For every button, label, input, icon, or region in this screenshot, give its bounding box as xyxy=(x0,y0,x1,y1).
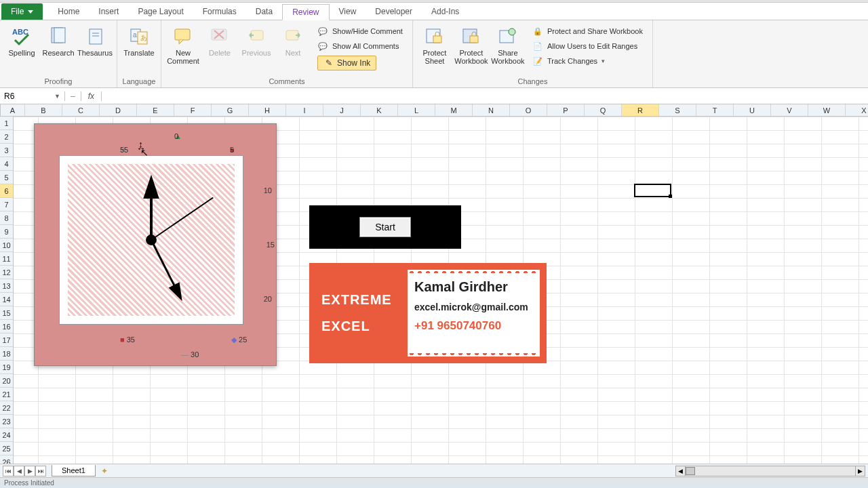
sheet-nav-last[interactable]: ⏭ xyxy=(35,466,46,476)
row-header-6[interactable]: 6 xyxy=(0,184,13,198)
name-box[interactable]: R6▼ xyxy=(0,92,65,101)
cancel-formula-icon[interactable]: – xyxy=(65,92,81,101)
row-header-8[interactable]: 8 xyxy=(0,211,13,225)
col-header-K[interactable]: K xyxy=(361,104,398,116)
tab-view[interactable]: View xyxy=(330,4,366,20)
col-header-F[interactable]: F xyxy=(174,104,212,116)
row-header-2[interactable]: 2 xyxy=(0,130,13,144)
row-header-5[interactable]: 5 xyxy=(0,171,13,184)
col-header-Q[interactable]: Q xyxy=(585,104,622,116)
show-ink-button[interactable]: ✎Show Ink xyxy=(315,54,406,72)
track-changes-button[interactable]: 📝Track Changes ▾ xyxy=(530,54,646,68)
row-header-17[interactable]: 17 xyxy=(0,333,13,347)
fx-icon[interactable]: fx xyxy=(81,92,102,101)
col-header-O[interactable]: O xyxy=(510,104,547,116)
start-button[interactable]: Start xyxy=(359,217,411,237)
col-header-E[interactable]: E xyxy=(137,104,174,116)
row-header-19[interactable]: 19 xyxy=(0,361,13,374)
tab-insert[interactable]: Insert xyxy=(89,4,128,20)
row-header-18[interactable]: 18 xyxy=(0,347,13,361)
col-header-A[interactable]: A xyxy=(1,104,25,116)
tab-formulas[interactable]: Formulas xyxy=(193,4,246,20)
row-header-10[interactable]: 10 xyxy=(0,239,13,252)
col-header-N[interactable]: N xyxy=(473,104,510,116)
col-header-M[interactable]: M xyxy=(435,104,473,116)
show-hide-comment-button[interactable]: 💬Show/Hide Comment xyxy=(315,24,406,38)
tab-page-layout[interactable]: Page Layout xyxy=(128,4,193,20)
delete-comment-button[interactable]: Delete xyxy=(202,23,237,73)
col-header-V[interactable]: V xyxy=(771,104,808,116)
col-header-S[interactable]: S xyxy=(659,104,696,116)
scroll-left-icon[interactable]: ◀ xyxy=(676,466,686,476)
sheet-nav-next[interactable]: ▶ xyxy=(24,466,35,476)
chevron-down-icon[interactable]: ▼ xyxy=(54,93,60,100)
col-header-I[interactable]: I xyxy=(286,104,323,116)
tab-add-ins[interactable]: Add-Ins xyxy=(422,4,469,20)
previous-comment-button[interactable]: Previous xyxy=(239,23,274,73)
col-header-U[interactable]: U xyxy=(734,104,771,116)
new-comment-button[interactable]: New Comment xyxy=(165,23,201,73)
row-header-7[interactable]: 7 xyxy=(0,198,13,211)
spelling-button[interactable]: ABC Spelling xyxy=(4,23,39,58)
col-header-C[interactable]: C xyxy=(62,104,100,116)
col-header-H[interactable]: H xyxy=(249,104,286,116)
sheet-nav-prev[interactable]: ◀ xyxy=(14,466,24,476)
col-header-W[interactable]: W xyxy=(808,104,846,116)
col-header-B[interactable]: B xyxy=(25,104,62,116)
clock-num-25: ◆ 25 xyxy=(231,336,247,344)
research-button[interactable]: Research xyxy=(41,23,76,58)
clock-chart[interactable]: ▲ 0 ■ 5 ✕ 55 10 15 20 ◆ 25 — 30 ■ 35 40 … xyxy=(34,123,277,366)
protect-sheet-button[interactable]: Protect Sheet xyxy=(417,23,452,69)
row-header-13[interactable]: 13 xyxy=(0,279,13,293)
row-header-15[interactable]: 15 xyxy=(0,306,13,320)
show-all-comments-button[interactable]: 💬Show All Comments xyxy=(315,39,406,53)
worksheet-grid[interactable]: 1234567891011121314151617181920212223242… xyxy=(0,117,868,488)
cells-area[interactable]: ▲ 0 ■ 5 ✕ 55 10 15 20 ◆ 25 — 30 ■ 35 40 … xyxy=(14,117,868,488)
row-header-3[interactable]: 3 xyxy=(0,144,13,157)
active-cell[interactable] xyxy=(634,184,671,197)
col-header-J[interactable]: J xyxy=(323,104,361,116)
new-sheet-button[interactable]: ✦ xyxy=(98,466,111,476)
comments-icon: 💬 xyxy=(317,41,328,52)
abc-check-icon: ABC xyxy=(11,24,33,47)
row-header-4[interactable]: 4 xyxy=(0,157,13,171)
svg-rect-3 xyxy=(90,29,102,44)
row-header-22[interactable]: 22 xyxy=(0,401,13,415)
row-header-16[interactable]: 16 xyxy=(0,320,13,333)
protect-workbook-button[interactable]: Protect Workbook xyxy=(454,23,489,69)
tab-review[interactable]: Review xyxy=(282,4,329,20)
file-tab[interactable]: File xyxy=(1,3,43,20)
col-header-T[interactable]: T xyxy=(696,104,734,116)
row-header-11[interactable]: 11 xyxy=(0,252,13,266)
col-header-G[interactable]: G xyxy=(212,104,249,116)
tab-data[interactable]: Data xyxy=(246,4,282,20)
row-header-23[interactable]: 23 xyxy=(0,415,13,428)
formula-input[interactable] xyxy=(102,92,868,101)
next-comment-button[interactable]: Next xyxy=(275,23,311,73)
row-header-20[interactable]: 20 xyxy=(0,374,13,388)
col-header-D[interactable]: D xyxy=(100,104,137,116)
sheet-nav-first[interactable]: ⏮ xyxy=(3,466,14,476)
scrollbar-thumb[interactable] xyxy=(686,467,695,475)
row-header-12[interactable]: 12 xyxy=(0,266,13,279)
row-header-14[interactable]: 14 xyxy=(0,293,13,306)
scroll-right-icon[interactable]: ▶ xyxy=(855,466,865,476)
row-header-1[interactable]: 1 xyxy=(0,117,13,130)
row-header-25[interactable]: 25 xyxy=(0,442,13,455)
col-header-L[interactable]: L xyxy=(398,104,435,116)
tab-home[interactable]: Home xyxy=(48,4,89,20)
thesaurus-button[interactable]: Thesaurus xyxy=(77,23,113,58)
allow-edit-ranges-button[interactable]: 📄Allow Users to Edit Ranges xyxy=(530,39,646,53)
tab-developer[interactable]: Developer xyxy=(366,4,422,20)
row-header-21[interactable]: 21 xyxy=(0,388,13,401)
row-header-9[interactable]: 9 xyxy=(0,225,13,239)
protect-share-button[interactable]: 🔒Protect and Share Workbook xyxy=(530,24,646,38)
col-header-X[interactable]: X xyxy=(846,104,868,116)
col-header-R[interactable]: R xyxy=(622,104,659,116)
share-workbook-button[interactable]: Share Workbook xyxy=(490,23,526,69)
sheet-tab-sheet1[interactable]: Sheet1 xyxy=(52,465,96,476)
row-header-24[interactable]: 24 xyxy=(0,428,13,442)
horizontal-scrollbar[interactable]: ◀ ▶ xyxy=(675,466,865,476)
translate-button[interactable]: aあ Translate xyxy=(121,23,157,58)
col-header-P[interactable]: P xyxy=(547,104,585,116)
